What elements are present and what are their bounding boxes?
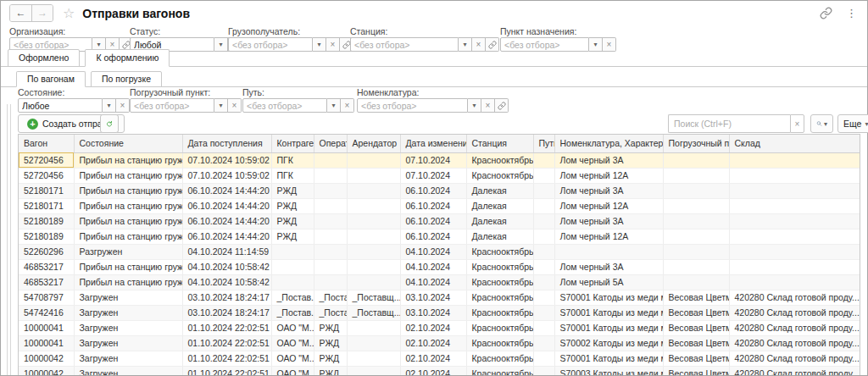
cell-counterparty[interactable]: ПГК: [271, 152, 314, 168]
cell-station[interactable]: Далекая: [466, 183, 533, 198]
cell-modified-date[interactable]: 04.10.2024: [400, 259, 466, 274]
cell-track[interactable]: [533, 183, 554, 198]
cell-wagon[interactable]: 52180171: [19, 183, 74, 198]
cell-track[interactable]: [533, 305, 554, 320]
cell-state[interactable]: Прибыл на станцию груженым: [74, 152, 182, 168]
loading-point-clear-button[interactable]: ×: [228, 98, 242, 113]
cell-operator[interactable]: _Поста...: [314, 305, 347, 320]
cell-nomenclature[interactable]: S70001 Катоды из меди марки ...: [554, 320, 663, 335]
cell-track[interactable]: [533, 259, 554, 274]
table-row[interactable]: 46853217Прибыл на станцию груженым04.10.…: [19, 274, 860, 290]
cell-loading-point[interactable]: [663, 183, 729, 198]
column-header-nomenclature[interactable]: Номенклатура, Характеристика: [554, 135, 663, 152]
cell-loading-point[interactable]: [663, 259, 729, 274]
cell-warehouse[interactable]: [729, 152, 860, 168]
cell-nomenclature[interactable]: Лом черный 3А: [554, 213, 663, 229]
cell-operator[interactable]: [314, 274, 347, 290]
cell-track[interactable]: [533, 213, 554, 229]
table-row[interactable]: 10000041Загружен01.10.2024 22:02:51ОАО "…: [19, 335, 860, 351]
track-dropdown-button[interactable]: ▾: [327, 98, 341, 113]
cell-wagon[interactable]: 10000042: [19, 351, 74, 366]
cell-warehouse[interactable]: 420280 Склад готовой проду...: [729, 290, 860, 305]
cell-loading-point[interactable]: Весовая Цветмет: [663, 320, 729, 335]
cell-track[interactable]: [533, 290, 554, 305]
cell-state[interactable]: Загружен: [74, 290, 182, 305]
cell-loading-point[interactable]: Весовая Цветмет: [663, 366, 729, 375]
table-row[interactable]: 46853217Прибыл на станцию груженым04.10.…: [19, 259, 860, 274]
loading-point-dropdown-button[interactable]: ▾: [214, 98, 228, 113]
cell-loading-point[interactable]: [663, 229, 729, 244]
cell-lessee[interactable]: [347, 213, 400, 229]
cell-modified-date[interactable]: 02.10.2024: [400, 351, 466, 366]
table-row[interactable]: 10000042Загружен01.10.2024 22:02:51ОАО "…: [19, 351, 860, 366]
loading-point-filter-input[interactable]: [130, 98, 214, 113]
cell-loading-point[interactable]: [663, 168, 729, 183]
column-header-wagon[interactable]: Вагон: [19, 135, 74, 152]
cell-nomenclature[interactable]: Лом черный 12А: [554, 229, 663, 244]
cell-track[interactable]: [533, 351, 554, 366]
cell-loading-point[interactable]: [663, 213, 729, 229]
cell-counterparty[interactable]: РЖД: [271, 198, 314, 213]
cell-counterparty[interactable]: [271, 244, 314, 259]
cell-nomenclature[interactable]: Лом черный 3А: [554, 183, 663, 198]
search-clear-button[interactable]: ×: [790, 114, 804, 133]
cell-state[interactable]: Загружен: [74, 320, 182, 335]
column-header-modified-date[interactable]: Дата изменения↑: [400, 135, 466, 152]
cell-nomenclature[interactable]: Лом черный 12А: [554, 168, 663, 183]
cell-nomenclature[interactable]: Лом черный 3А: [554, 152, 663, 168]
cell-nomenclature[interactable]: S70003 Катоды из меди марки ...: [554, 366, 663, 375]
cell-modified-date[interactable]: 03.10.2024: [400, 305, 466, 320]
get-link-icon[interactable]: [820, 7, 832, 19]
cell-station[interactable]: Далекая: [466, 198, 533, 213]
cell-arrival-date[interactable]: 06.10.2024 14:44:20: [182, 213, 271, 229]
nomenclature-filter-input[interactable]: [357, 98, 468, 113]
cell-modified-date[interactable]: 07.10.2024: [400, 168, 466, 183]
cell-state[interactable]: Прибыл на станцию груженым: [74, 229, 182, 244]
cell-nomenclature[interactable]: S70001 Катоды из меди марки ...: [554, 290, 663, 305]
cell-warehouse[interactable]: [729, 244, 860, 259]
cell-loading-point[interactable]: Весовая Цветмет: [663, 335, 729, 351]
cell-operator[interactable]: [314, 229, 347, 244]
cell-station[interactable]: Далекая: [466, 213, 533, 229]
cell-warehouse[interactable]: 420280 Склад готовой проду...: [729, 320, 860, 335]
state-dropdown-button[interactable]: ▾: [103, 98, 116, 113]
cell-track[interactable]: [533, 244, 554, 259]
cell-wagon[interactable]: 46853217: [19, 274, 74, 290]
cell-wagon[interactable]: 52720456: [19, 168, 74, 183]
cell-track[interactable]: [533, 198, 554, 213]
cell-operator[interactable]: [314, 168, 347, 183]
cell-wagon[interactable]: 10000042: [19, 366, 74, 375]
state-clear-button[interactable]: ×: [116, 98, 130, 113]
table-row[interactable]: 52180171Прибыл на станцию груженым06.10.…: [19, 183, 860, 198]
cell-state[interactable]: Прибыл на станцию груженым: [74, 213, 182, 229]
cell-counterparty[interactable]: ОАО "М...: [271, 320, 314, 335]
cell-state[interactable]: Загружен: [74, 366, 182, 375]
cell-arrival-date[interactable]: 01.10.2024 22:02:51: [182, 335, 271, 351]
cell-modified-date[interactable]: 02.10.2024: [400, 335, 466, 351]
cell-arrival-date[interactable]: 01.10.2024 22:02:51: [182, 320, 271, 335]
cell-station[interactable]: Краснооктябрьская: [466, 320, 533, 335]
table-row[interactable]: 52720456Прибыл на станцию груженым07.10.…: [19, 152, 860, 168]
forward-button[interactable]: →: [31, 5, 53, 21]
cell-state[interactable]: Загружен: [74, 305, 182, 320]
cell-modified-date[interactable]: 02.10.2024: [400, 366, 466, 375]
cell-operator[interactable]: РЖД: [314, 366, 347, 375]
cell-state[interactable]: Загружен: [74, 351, 182, 366]
cell-track[interactable]: [533, 366, 554, 375]
column-header-loading-point[interactable]: Погрузочный пункт: [663, 135, 729, 152]
cell-arrival-date[interactable]: 04.10.2024 11:14:59: [182, 244, 271, 259]
cell-counterparty[interactable]: РЖД: [271, 229, 314, 244]
cell-station[interactable]: Краснооктябрьская: [466, 351, 533, 366]
cell-warehouse[interactable]: [729, 168, 860, 183]
cell-warehouse[interactable]: [729, 198, 860, 213]
cell-track[interactable]: [533, 168, 554, 183]
cell-warehouse[interactable]: [729, 274, 860, 290]
cell-station[interactable]: Краснооктябрьская: [466, 290, 533, 305]
cell-nomenclature[interactable]: [554, 244, 663, 259]
cell-arrival-date[interactable]: 03.10.2024 18:24:17: [182, 290, 271, 305]
cell-track[interactable]: [533, 229, 554, 244]
cell-warehouse[interactable]: 420280 Склад готовой проду...: [729, 335, 860, 351]
table-row[interactable]: 52180171Прибыл на станцию груженым06.10.…: [19, 198, 860, 213]
column-header-operator[interactable]: Оператор: [314, 135, 347, 152]
cell-operator[interactable]: [314, 183, 347, 198]
